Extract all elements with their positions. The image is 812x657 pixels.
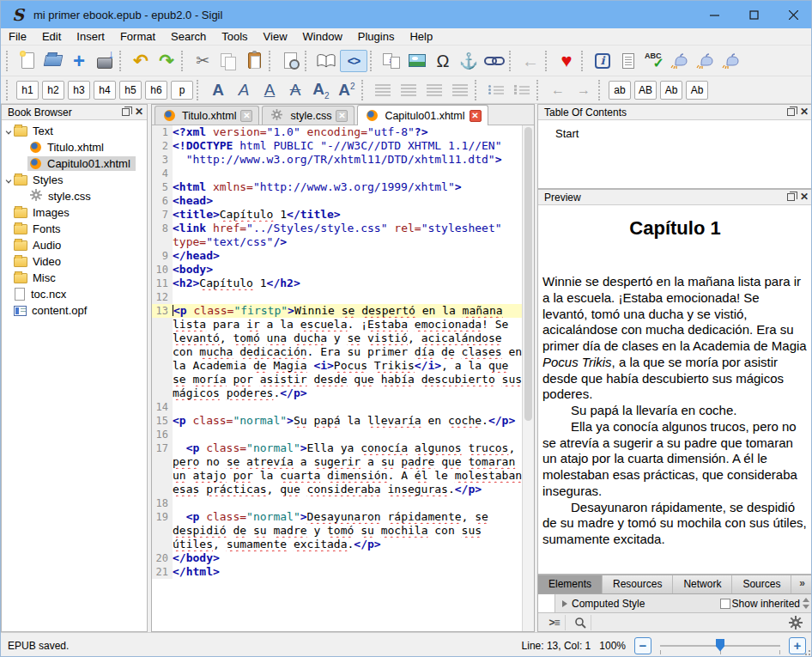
- copy-button[interactable]: [216, 49, 240, 73]
- code-view-button[interactable]: <>: [340, 49, 367, 73]
- tree-item-capitulo01-xhtml[interactable]: Capitulo01.xhtml: [2, 155, 147, 172]
- numbered-list-button[interactable]: [510, 80, 534, 100]
- menu-edit[interactable]: Edit: [34, 28, 69, 45]
- slider-handle[interactable]: [716, 639, 724, 652]
- indent-left-button[interactable]: ←: [546, 80, 570, 100]
- inspector-tab-network[interactable]: Network: [673, 575, 732, 593]
- tree-item-content-opf[interactable]: content.opf: [2, 302, 147, 319]
- inspector-search-button[interactable]: [569, 615, 591, 630]
- back-button[interactable]: ←: [518, 49, 542, 73]
- heading-h4-button[interactable]: h4: [94, 81, 116, 100]
- console-toggle-button[interactable]: >≡: [543, 615, 566, 630]
- special-character-button[interactable]: Ω: [431, 49, 455, 73]
- mend-all-button[interactable]: [719, 49, 743, 73]
- subscript-button[interactable]: A2: [309, 80, 333, 100]
- scroll-down-icon[interactable]: [803, 605, 809, 609]
- tree-item-video[interactable]: Video: [2, 253, 147, 270]
- undo-button[interactable]: ↶: [129, 49, 153, 73]
- minimize-button[interactable]: [694, 1, 734, 28]
- superscript-button[interactable]: A2: [335, 80, 359, 100]
- anchor-button[interactable]: ⚓: [457, 49, 481, 73]
- paste-button[interactable]: [242, 49, 266, 73]
- menu-plugins[interactable]: Plugins: [350, 28, 403, 45]
- heading-h1-button[interactable]: h1: [16, 81, 39, 100]
- cut-button[interactable]: ✂: [191, 49, 215, 73]
- tab-titulo-xhtml[interactable]: Titulo.xhtml✕: [155, 106, 259, 125]
- tree-item-images[interactable]: Images: [2, 204, 147, 221]
- tab-style-css[interactable]: style.css✕: [262, 106, 354, 125]
- float-panel-icon[interactable]: [787, 193, 795, 201]
- new-file-button[interactable]: [15, 49, 39, 73]
- tree-item-titulo-xhtml[interactable]: Titulo.xhtml: [2, 139, 147, 155]
- tab-close-icon[interactable]: ✕: [470, 110, 482, 122]
- chevron-down-icon[interactable]: [6, 177, 12, 183]
- chevron-down-icon[interactable]: [6, 128, 12, 134]
- menu-window[interactable]: Window: [295, 28, 350, 45]
- close-panel-icon[interactable]: ✕: [800, 193, 809, 201]
- tree-item-style-css[interactable]: style.css: [2, 188, 147, 204]
- align-right-button[interactable]: [422, 80, 446, 100]
- resize-grip[interactable]: [803, 648, 811, 656]
- heading-h6-button[interactable]: h6: [145, 81, 167, 100]
- split-section-button[interactable]: »: [379, 49, 403, 73]
- inspector-tab-elements[interactable]: Elements: [538, 575, 603, 593]
- mend-prettify-button[interactable]: [694, 49, 718, 73]
- inspector-tab-resources[interactable]: Resources: [603, 575, 673, 593]
- menu-tools[interactable]: Tools: [214, 28, 255, 45]
- find-button[interactable]: [278, 49, 302, 73]
- tree-item-misc[interactable]: Misc: [2, 270, 147, 286]
- float-panel-icon[interactable]: [787, 108, 795, 116]
- heading-h5-button[interactable]: h5: [119, 81, 142, 100]
- code-editor[interactable]: 1<?xml version="1.0" encoding="utf-8"?>2…: [152, 125, 522, 631]
- strikethrough-button[interactable]: A: [283, 80, 307, 100]
- inspector-settings-button[interactable]: [785, 615, 807, 630]
- tree-item-fonts[interactable]: Fonts: [2, 221, 147, 237]
- book-view-button[interactable]: [314, 49, 338, 73]
- tree-item-audio[interactable]: Audio: [2, 237, 147, 253]
- metadata-editor-button[interactable]: i: [591, 49, 615, 73]
- indent-right-button[interactable]: →: [572, 80, 596, 100]
- scroll-up-icon[interactable]: [803, 598, 809, 602]
- align-center-button[interactable]: [397, 80, 421, 100]
- close-button[interactable]: [773, 1, 812, 28]
- menu-search[interactable]: Search: [163, 28, 214, 45]
- case-button-2[interactable]: Ab: [660, 81, 682, 100]
- tree-item-styles[interactable]: Styles: [2, 172, 147, 188]
- align-left-button[interactable]: [371, 80, 395, 100]
- mend-button[interactable]: [668, 49, 692, 73]
- insert-image-button[interactable]: [405, 49, 429, 73]
- case-button-0[interactable]: ab: [609, 81, 631, 100]
- save-button[interactable]: [93, 49, 117, 73]
- disclosure-triangle-icon[interactable]: [562, 600, 567, 607]
- menu-format[interactable]: Format: [112, 28, 163, 45]
- bullet-list-button[interactable]: [484, 80, 508, 100]
- redo-button[interactable]: ↷: [155, 49, 179, 73]
- menu-file[interactable]: File: [1, 28, 34, 45]
- code-editor-scrollbar[interactable]: [522, 125, 534, 631]
- case-button-3[interactable]: Ab: [686, 81, 708, 100]
- inspector-more-tabs[interactable]: »: [799, 575, 812, 593]
- tree-item-toc-ncx[interactable]: toc.ncx: [2, 286, 147, 302]
- tab-capitulo01-xhtml[interactable]: Capitulo01.xhtml✕: [357, 105, 488, 125]
- heading-h2-button[interactable]: h2: [42, 81, 64, 100]
- show-inherited-checkbox[interactable]: Show inherited: [720, 598, 800, 610]
- menu-insert[interactable]: Insert: [69, 28, 112, 45]
- computed-style-label[interactable]: Computed Style: [572, 598, 645, 610]
- heading-p-button[interactable]: p: [171, 81, 193, 100]
- checkbox-icon[interactable]: [720, 599, 730, 609]
- bold-button[interactable]: A: [206, 80, 230, 100]
- tree-item-text[interactable]: Text: [2, 123, 147, 139]
- donate-button[interactable]: ♥: [554, 49, 579, 73]
- align-justify-button[interactable]: [448, 80, 472, 100]
- float-panel-icon[interactable]: [122, 108, 130, 116]
- add-existing-file-button[interactable]: +: [67, 49, 91, 73]
- toc-entry-start[interactable]: Start: [538, 120, 812, 188]
- preview-content[interactable]: Capítulo 1 Winnie se despertó en la maña…: [538, 205, 812, 574]
- spellcheck-button[interactable]: ABC✓: [642, 49, 666, 73]
- open-button[interactable]: [41, 49, 65, 73]
- zoom-slider[interactable]: [660, 637, 780, 654]
- menu-view[interactable]: View: [256, 28, 295, 45]
- underline-button[interactable]: A: [258, 80, 282, 100]
- case-button-1[interactable]: AB: [634, 81, 657, 100]
- toc-editor-button[interactable]: [616, 49, 640, 73]
